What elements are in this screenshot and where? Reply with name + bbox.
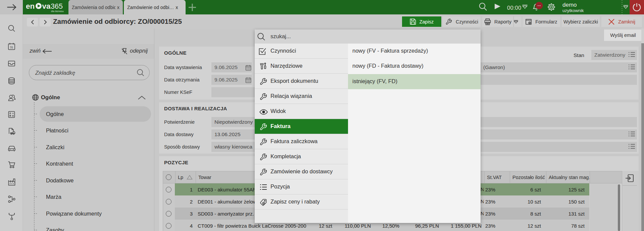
svg-text:va: va (42, 2, 51, 10)
svg-text:365: 365 (51, 2, 63, 10)
svg-text:dla biznesu: dla biznesu (51, 10, 64, 13)
svg-text:31: 31 (10, 46, 13, 49)
svg-text:en: en (26, 2, 35, 10)
